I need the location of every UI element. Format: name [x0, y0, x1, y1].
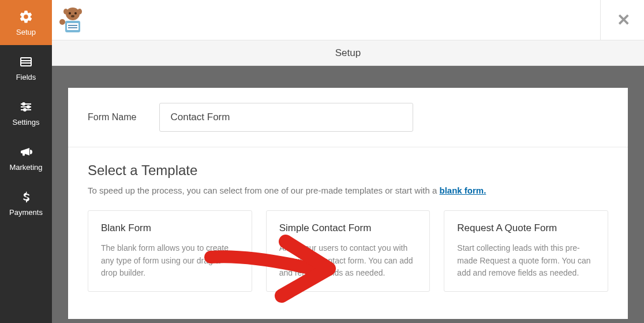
svg-point-6 — [23, 103, 25, 105]
list-icon — [18, 54, 33, 69]
svg-point-13 — [63, 9, 68, 14]
template-cards: Blank Form The blank form allows you to … — [88, 210, 608, 292]
form-name-row: Form Name — [68, 88, 628, 147]
panel: Form Name Select a Template To speed up … — [68, 88, 628, 319]
svg-point-11 — [74, 12, 77, 14]
sidebar-item-marketing[interactable]: Marketing — [0, 135, 52, 180]
gear-icon — [18, 9, 33, 24]
svg-rect-16 — [67, 23, 78, 30]
topbar: ✕ — [52, 0, 644, 40]
card-title: Simple Contact Form — [279, 222, 417, 234]
close-button[interactable]: ✕ — [611, 8, 636, 32]
card-desc: Start collecting leads with this pre-mad… — [457, 242, 595, 280]
sidebar-item-label: Payments — [9, 208, 43, 217]
template-section: Select a Template To speed up the proces… — [68, 147, 628, 307]
svg-point-7 — [27, 106, 29, 108]
form-name-input[interactable] — [159, 103, 413, 132]
svg-point-19 — [59, 19, 65, 25]
bullhorn-icon — [18, 144, 33, 159]
sidebar-item-setup[interactable]: Setup — [0, 0, 52, 45]
form-name-label: Form Name — [88, 112, 136, 122]
desc-text: To speed up the process, you can select … — [88, 185, 439, 195]
svg-rect-0 — [21, 58, 31, 66]
sidebar-item-fields[interactable]: Fields — [0, 45, 52, 90]
sidebar-item-label: Settings — [13, 118, 40, 127]
card-desc: Allow your users to contact you with thi… — [279, 242, 417, 280]
svg-point-12 — [71, 15, 74, 17]
svg-point-8 — [24, 109, 26, 111]
blank-form-link[interactable]: blank form. — [439, 185, 486, 195]
wpforms-logo — [55, 4, 90, 36]
sliders-icon — [18, 99, 33, 114]
svg-point-9 — [66, 8, 80, 20]
card-title: Request A Quote Form — [457, 222, 595, 234]
sidebar-item-settings[interactable]: Settings — [0, 90, 52, 135]
template-card-blank[interactable]: Blank Form The blank form allows you to … — [88, 210, 252, 292]
template-section-title: Select a Template — [88, 162, 608, 179]
sidebar-item-payments[interactable]: Payments — [0, 180, 52, 225]
page-title: Setup — [335, 47, 361, 59]
content-wrap: Form Name Select a Template To speed up … — [52, 66, 644, 323]
card-desc: The blank form allows you to create any … — [101, 242, 239, 280]
card-title: Blank Form — [101, 222, 239, 234]
template-section-desc: To speed up the process, you can select … — [88, 185, 608, 195]
template-card-simple-contact[interactable]: Simple Contact Form Allow your users to … — [266, 210, 430, 292]
sidebar-item-label: Setup — [16, 28, 36, 36]
main: ✕ Setup Form Name Select a Template To s… — [52, 0, 644, 323]
sidebar: Setup Fields Settings Marketing Payments — [0, 0, 52, 323]
svg-point-14 — [77, 9, 82, 14]
svg-point-10 — [69, 12, 71, 14]
sidebar-item-label: Fields — [16, 73, 36, 81]
template-card-request-quote[interactable]: Request A Quote Form Start collecting le… — [444, 210, 608, 292]
sidebar-item-label: Marketing — [9, 163, 42, 172]
dollar-icon — [18, 190, 33, 205]
titlebar: Setup — [52, 40, 644, 66]
